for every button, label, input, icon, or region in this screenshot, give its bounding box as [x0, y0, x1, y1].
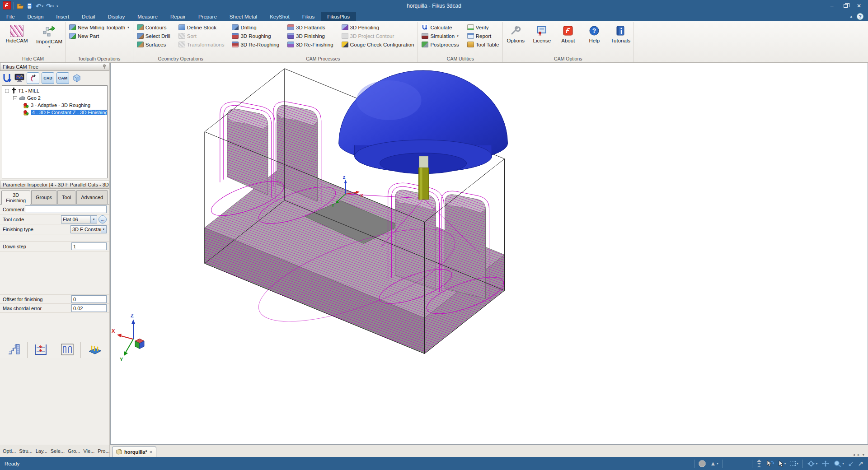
menu-repair[interactable]: Repair: [164, 12, 192, 21]
tab-tool[interactable]: Tool: [57, 190, 75, 204]
pan-icon[interactable]: [821, 460, 830, 467]
collapse-toggle[interactable]: −: [5, 89, 9, 93]
menu-sheet-metal[interactable]: Sheet Metal: [223, 12, 263, 21]
about-button[interactable]: About: [558, 23, 578, 43]
drilling-button[interactable]: Drilling: [230, 23, 281, 32]
select-drill-button[interactable]: Select Drill: [136, 32, 172, 40]
zoom-icon[interactable]: ▾: [834, 460, 844, 467]
3d-flatlands-button[interactable]: 3D Flatlands: [286, 23, 334, 32]
minimize-button[interactable]: –: [826, 1, 838, 10]
cad-toggle-button[interactable]: CAD: [42, 72, 54, 84]
menu-keyshot[interactable]: KeyShot: [263, 12, 296, 21]
offset-for-finishing-input[interactable]: [71, 295, 107, 303]
hidecam-button[interactable]: HideCAM: [3, 23, 30, 43]
stock-cube-icon[interactable]: [71, 73, 81, 83]
undo-button[interactable]: ↶▾: [36, 3, 43, 9]
help-icon[interactable]: ?: [857, 13, 863, 20]
cam-toggle-button[interactable]: CAM: [56, 72, 69, 84]
importcam-button[interactable]: ImportCAM ▾: [36, 23, 63, 49]
document-tab-horquilla[interactable]: horquilla* ×: [112, 447, 156, 457]
pin-icon[interactable]: [102, 64, 107, 70]
viewport-3d[interactable]: Z X Y: [110, 63, 868, 445]
menu-file[interactable]: File: [0, 12, 21, 21]
max-chordal-error-input[interactable]: [71, 304, 107, 312]
finishing-type-dropdown[interactable]: 3D F Constant ▾: [70, 225, 107, 233]
cursor-icon[interactable]: ▾: [778, 460, 786, 467]
save-button[interactable]: [27, 3, 33, 9]
postprocess-button[interactable]: Postprocess: [420, 40, 460, 49]
menu-prepare[interactable]: Prepare: [192, 12, 223, 21]
machining-levels-icon[interactable]: [7, 343, 21, 357]
close-tab-icon[interactable]: ×: [150, 449, 152, 455]
menu-insert[interactable]: Insert: [50, 12, 75, 21]
octagon-icon[interactable]: [699, 460, 706, 467]
customize-quick-access-button[interactable]: ▾: [56, 5, 58, 8]
tool-table-button[interactable]: Tool Table: [466, 40, 501, 49]
box-select-icon[interactable]: ▾: [790, 461, 798, 466]
3d-re-finishing-button[interactable]: 3D Re-Finishing: [286, 40, 334, 49]
tab-groups[interactable]: Groups: [31, 190, 56, 204]
3d-finishing-button[interactable]: 3D Finishing: [286, 32, 334, 40]
contours-button[interactable]: Contours: [136, 23, 172, 32]
scroll-updown-icon[interactable]: [756, 460, 762, 468]
tool-code-dropdown[interactable]: Flat 06 ▾: [61, 215, 97, 223]
comment-input[interactable]: [25, 205, 107, 213]
tab-scroll-right-icon[interactable]: ▸: [858, 452, 860, 457]
menu-measure[interactable]: Measure: [131, 12, 164, 21]
new-milling-toolpath-button[interactable]: New Milling Toolpath ▾: [68, 23, 131, 32]
verify-button[interactable]: Verify: [466, 23, 501, 32]
calculate-icon[interactable]: [2, 73, 12, 83]
toolpath-pick-icon[interactable]: [27, 72, 39, 84]
menu-display[interactable]: Display: [102, 12, 131, 21]
down-step-input[interactable]: [71, 242, 107, 250]
down-step-icon[interactable]: [34, 343, 47, 357]
panel-tab-options[interactable]: Opti...: [1, 447, 17, 455]
panel-tab-layers[interactable]: Lay...: [34, 447, 49, 455]
tool-code-browse-button[interactable]: ...: [99, 215, 107, 223]
panel-tab-properties[interactable]: Pro...: [96, 447, 110, 455]
panel-tab-structure[interactable]: Stru...: [18, 447, 33, 455]
tab-list-icon[interactable]: ▾: [862, 452, 864, 457]
tree-item-finishing[interactable]: 4 - 3D F Constant Z - 3D Finishing: [3, 109, 106, 116]
3d-penciling-button[interactable]: 3D Penciling: [340, 23, 416, 32]
surface-pins-icon[interactable]: [87, 343, 103, 357]
options-button[interactable]: Options: [505, 23, 526, 43]
help-button[interactable]: ? Help: [584, 23, 605, 43]
menu-design[interactable]: Design: [21, 12, 50, 21]
close-button[interactable]: ✕: [853, 1, 865, 10]
tab-advanced[interactable]: Advanced: [76, 190, 108, 204]
simulation-screen-icon[interactable]: [14, 74, 24, 83]
panel-tab-groups[interactable]: Gro...: [66, 447, 82, 455]
surfaces-button[interactable]: Surfaces: [136, 40, 172, 49]
orbit-icon[interactable]: ▾: [807, 460, 818, 467]
menu-fikus[interactable]: Fikus: [296, 12, 321, 21]
gouge-check-configuration-button[interactable]: Gouge Check Configuration: [340, 40, 416, 49]
open-file-button[interactable]: [17, 3, 24, 9]
menu-fikusplus[interactable]: FikusPlus: [321, 12, 356, 21]
tab-3d-finishing[interactable]: 3D Finishing: [1, 191, 30, 205]
define-stock-button[interactable]: Define Stock: [177, 23, 226, 32]
collapse-ribbon-button[interactable]: ▴: [850, 14, 852, 19]
calculate-button[interactable]: Calculate: [420, 23, 460, 32]
toolpath-pattern-icon[interactable]: [61, 343, 74, 357]
arrow-ne-icon[interactable]: ↗: [858, 460, 863, 468]
restore-button[interactable]: [839, 1, 852, 10]
menu-detail[interactable]: Detail: [75, 12, 101, 21]
cursor-undo-icon[interactable]: [766, 460, 774, 467]
tree-item-geo-2[interactable]: − Geo 2: [3, 94, 106, 102]
arrow-sw-icon[interactable]: ↙: [848, 460, 854, 468]
triangle-icon[interactable]: ▲ ▾: [710, 460, 718, 467]
new-part-button[interactable]: New Part: [68, 32, 131, 40]
tree-item-roughing[interactable]: 3 - Adaptive - 3D Roughing: [3, 102, 106, 109]
report-button[interactable]: Report: [466, 32, 501, 40]
tab-scroll-left-icon[interactable]: ◂: [853, 452, 855, 457]
3d-re-roughing-button[interactable]: 3D Re-Roughing: [230, 40, 281, 49]
collapse-toggle[interactable]: −: [13, 96, 17, 100]
license-button[interactable]: License: [531, 23, 552, 43]
panel-tab-selection[interactable]: Sele...: [49, 447, 66, 455]
tutorials-button[interactable]: Tutorials: [610, 23, 631, 43]
tree-item-t1-mill[interactable]: − T1 - MILL: [3, 87, 106, 94]
3d-roughing-button[interactable]: 3D Roughing: [230, 32, 281, 40]
panel-tab-views[interactable]: Vie...: [82, 447, 96, 455]
simulation-button[interactable]: Simulation▾: [420, 32, 460, 40]
